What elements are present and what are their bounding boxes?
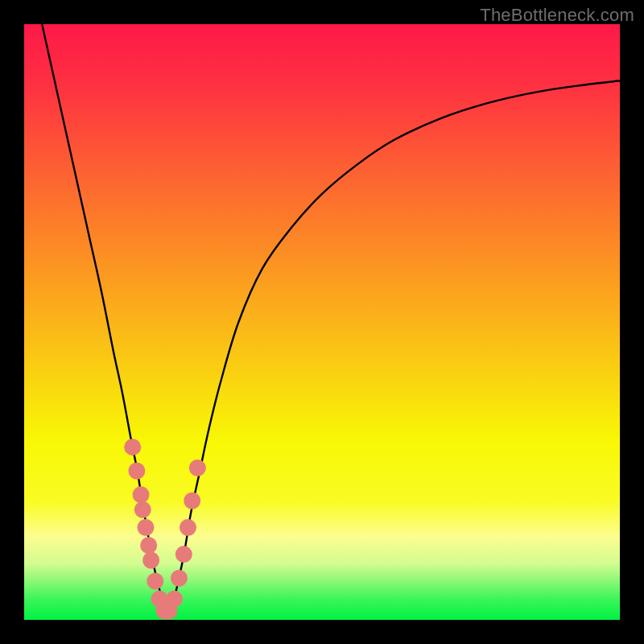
highlight-dot <box>147 572 163 589</box>
highlight-dot <box>175 546 192 563</box>
highlight-dot <box>189 460 206 477</box>
highlight-dot <box>171 570 188 587</box>
highlight-dot <box>137 519 154 536</box>
curve-right <box>167 80 620 617</box>
highlight-dot <box>124 439 141 456</box>
highlight-dot <box>133 486 150 503</box>
chart-frame: TheBottleneck.com <box>0 0 644 644</box>
highlight-dot <box>184 492 200 509</box>
highlight-dot <box>140 537 157 554</box>
watermark-text: TheBottleneck.com <box>480 5 634 26</box>
dots-group <box>124 439 206 620</box>
highlight-dot <box>128 462 145 479</box>
plot-area <box>24 24 620 620</box>
curves-layer <box>24 24 620 620</box>
highlight-dot <box>134 502 151 518</box>
highlight-dot <box>180 519 196 536</box>
highlight-dot <box>142 551 159 568</box>
highlight-dot <box>166 591 183 608</box>
